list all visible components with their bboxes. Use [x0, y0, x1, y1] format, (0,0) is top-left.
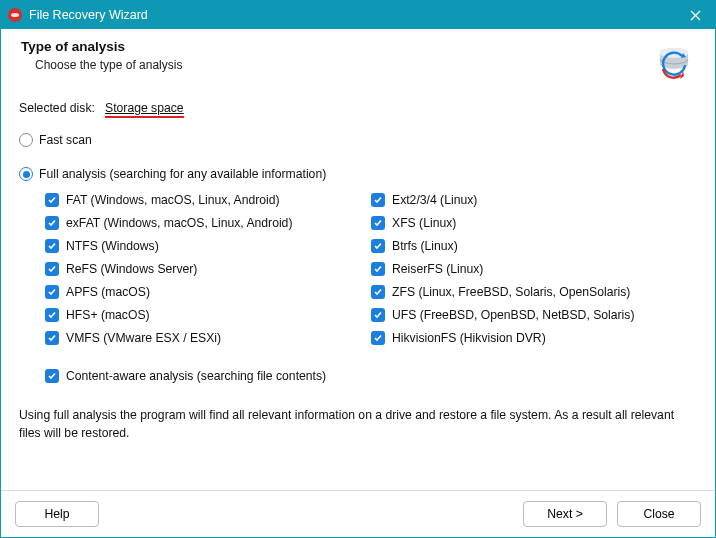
page-title: Type of analysis — [21, 39, 653, 54]
fs-label: ZFS (Linux, FreeBSD, Solaris, OpenSolari… — [392, 285, 630, 299]
titlebar: File Recovery Wizard — [1, 1, 715, 29]
checkbox-icon — [371, 239, 385, 253]
checkbox-icon — [371, 308, 385, 322]
wizard-header: Type of analysis Choose the type of anal… — [1, 29, 715, 91]
fs-label: FAT (Windows, macOS, Linux, Android) — [66, 193, 280, 207]
fs-label: APFS (macOS) — [66, 285, 150, 299]
fs-checkbox-vmfs[interactable]: VMFS (VMware ESX / ESXi) — [45, 331, 371, 345]
checkbox-icon — [371, 285, 385, 299]
window-title: File Recovery Wizard — [29, 8, 675, 22]
fs-label: HFS+ (macOS) — [66, 308, 150, 322]
fs-checkbox-exfat[interactable]: exFAT (Windows, macOS, Linux, Android) — [45, 216, 371, 230]
checkbox-icon — [45, 239, 59, 253]
fast-scan-label: Fast scan — [39, 133, 92, 147]
fs-checkbox-fat[interactable]: FAT (Windows, macOS, Linux, Android) — [45, 193, 371, 207]
filesystem-col-right: Ext2/3/4 (Linux) XFS (Linux) Btrfs (Linu… — [371, 193, 697, 345]
app-icon — [7, 7, 23, 23]
close-button[interactable]: Close — [617, 501, 701, 527]
fs-label: Btrfs (Linux) — [392, 239, 458, 253]
checkbox-icon — [45, 308, 59, 322]
wizard-body: Selected disk: Storage space Fast scan F… — [1, 91, 715, 490]
checkbox-icon — [371, 331, 385, 345]
checkbox-icon — [45, 193, 59, 207]
checkbox-icon — [45, 369, 59, 383]
wizard-window: File Recovery Wizard Type of analysis Ch… — [0, 0, 716, 538]
page-subtitle: Choose the type of analysis — [35, 58, 653, 72]
fs-checkbox-apfs[interactable]: APFS (macOS) — [45, 285, 371, 299]
fs-label: exFAT (Windows, macOS, Linux, Android) — [66, 216, 292, 230]
close-icon[interactable] — [675, 1, 715, 29]
description-text: Using full analysis the program will fin… — [19, 407, 697, 442]
checkbox-icon — [371, 216, 385, 230]
filesystem-col-left: FAT (Windows, macOS, Linux, Android) exF… — [45, 193, 371, 345]
recovery-logo-icon — [653, 39, 695, 81]
fs-label: NTFS (Windows) — [66, 239, 159, 253]
checkbox-icon — [45, 216, 59, 230]
selected-disk-link[interactable]: Storage space — [105, 101, 184, 118]
fs-checkbox-reiserfs[interactable]: ReiserFS (Linux) — [371, 262, 697, 276]
fs-label: Ext2/3/4 (Linux) — [392, 193, 477, 207]
filesystem-grid: FAT (Windows, macOS, Linux, Android) exF… — [45, 193, 697, 345]
help-button[interactable]: Help — [15, 501, 99, 527]
fs-checkbox-btrfs[interactable]: Btrfs (Linux) — [371, 239, 697, 253]
fs-checkbox-hikvisionfs[interactable]: HikvisionFS (Hikvision DVR) — [371, 331, 697, 345]
fs-label: ReFS (Windows Server) — [66, 262, 197, 276]
fs-label: VMFS (VMware ESX / ESXi) — [66, 331, 221, 345]
fs-checkbox-ext[interactable]: Ext2/3/4 (Linux) — [371, 193, 697, 207]
content-aware-checkbox[interactable]: Content-aware analysis (searching file c… — [45, 369, 697, 383]
full-analysis-radio[interactable]: Full analysis (searching for any availab… — [19, 167, 697, 181]
header-text: Type of analysis Choose the type of anal… — [21, 39, 653, 81]
fs-label: HikvisionFS (Hikvision DVR) — [392, 331, 546, 345]
fs-label: ReiserFS (Linux) — [392, 262, 483, 276]
radio-icon — [19, 133, 33, 147]
checkbox-icon — [45, 331, 59, 345]
wizard-footer: Help Next > Close — [1, 490, 715, 537]
checkbox-icon — [45, 262, 59, 276]
fs-checkbox-xfs[interactable]: XFS (Linux) — [371, 216, 697, 230]
checkbox-icon — [371, 193, 385, 207]
next-button[interactable]: Next > — [523, 501, 607, 527]
fs-checkbox-zfs[interactable]: ZFS (Linux, FreeBSD, Solaris, OpenSolari… — [371, 285, 697, 299]
fs-checkbox-hfsplus[interactable]: HFS+ (macOS) — [45, 308, 371, 322]
checkbox-icon — [371, 262, 385, 276]
fs-label: XFS (Linux) — [392, 216, 456, 230]
fs-checkbox-ufs[interactable]: UFS (FreeBSD, OpenBSD, NetBSD, Solaris) — [371, 308, 697, 322]
fast-scan-radio[interactable]: Fast scan — [19, 133, 697, 147]
content-aware-label: Content-aware analysis (searching file c… — [66, 369, 326, 383]
selected-disk-label: Selected disk: — [19, 101, 95, 115]
checkbox-icon — [45, 285, 59, 299]
fs-checkbox-ntfs[interactable]: NTFS (Windows) — [45, 239, 371, 253]
fs-checkbox-refs[interactable]: ReFS (Windows Server) — [45, 262, 371, 276]
full-analysis-label: Full analysis (searching for any availab… — [39, 167, 326, 181]
selected-disk-line: Selected disk: Storage space — [19, 101, 697, 115]
radio-icon — [19, 167, 33, 181]
fs-label: UFS (FreeBSD, OpenBSD, NetBSD, Solaris) — [392, 308, 634, 322]
